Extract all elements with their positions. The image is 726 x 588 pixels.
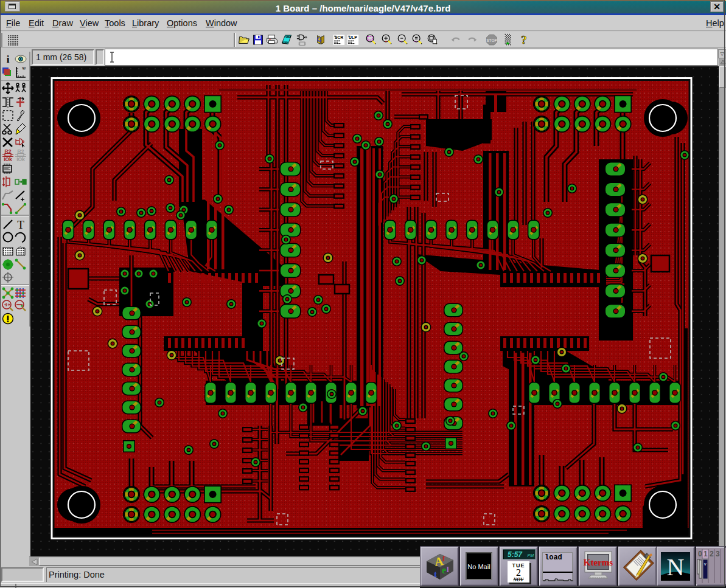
svg-text:?: ? xyxy=(521,33,526,46)
svg-text:Kterms: Kterms xyxy=(584,558,613,567)
svg-text:l: l xyxy=(447,565,449,574)
svg-text:v: v xyxy=(704,562,707,566)
svg-text:3: 3 xyxy=(716,550,720,558)
svg-text:IOk: IOk xyxy=(4,156,12,162)
svg-text:SCR: SCR xyxy=(335,35,344,40)
svg-text:90: 90 xyxy=(22,66,26,70)
svg-text:N: N xyxy=(667,553,685,581)
svg-text:t: t xyxy=(434,569,437,579)
svg-text:1: 1 xyxy=(703,550,708,558)
svg-text:IOk: IOk xyxy=(16,156,25,162)
svg-text:0: 0 xyxy=(698,550,702,558)
svg-text:STOP: STOP xyxy=(486,38,497,43)
svg-text:2: 2 xyxy=(710,550,714,558)
svg-text:T: T xyxy=(17,218,24,231)
svg-text:e: e xyxy=(442,565,446,575)
svg-text:ULP: ULP xyxy=(349,35,357,40)
svg-text:i: i xyxy=(7,54,10,65)
